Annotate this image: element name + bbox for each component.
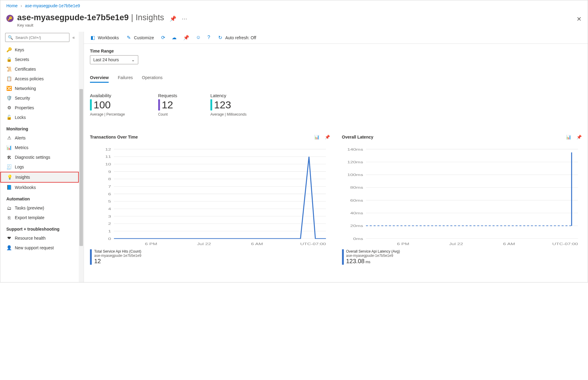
sidebar-item-access-policies[interactable]: 📋Access policies bbox=[0, 74, 79, 84]
breadcrumb-separator: › bbox=[21, 3, 22, 8]
sidebar-item-tasks-preview-[interactable]: 🗂Tasks (preview) bbox=[0, 203, 79, 213]
cloud-icon[interactable]: ☁ bbox=[172, 35, 177, 40]
tab-overview[interactable]: Overview bbox=[90, 75, 109, 83]
kpi-availability: Availability 100 Average | Percentage bbox=[90, 93, 125, 117]
svg-text:1: 1 bbox=[108, 229, 111, 233]
search-icon: 🔍 bbox=[8, 35, 13, 40]
svg-text:UTC-07:00: UTC-07:00 bbox=[300, 242, 326, 246]
diagnostic-settings-icon: 🛠 bbox=[6, 155, 12, 160]
svg-text:120ms: 120ms bbox=[347, 160, 363, 164]
svg-text:6 AM: 6 AM bbox=[251, 242, 263, 246]
svg-text:3: 3 bbox=[108, 215, 111, 219]
clock-icon: ↻ bbox=[217, 35, 223, 40]
pin-icon[interactable]: 📌 bbox=[170, 15, 176, 22]
breadcrumb: Home › ase-myasegpude-1e7b5e1e9 bbox=[0, 0, 588, 11]
tab-failures[interactable]: Failures bbox=[118, 75, 133, 83]
more-icon[interactable]: ⋯ bbox=[182, 15, 187, 22]
resource-health-icon: ❤ bbox=[6, 235, 12, 241]
metric-name: Total Service Api Hits (Count) bbox=[94, 249, 141, 254]
new-support-request-icon: 👤 bbox=[6, 245, 12, 251]
svg-text:6 PM: 6 PM bbox=[145, 242, 157, 246]
svg-text:9: 9 bbox=[108, 170, 111, 174]
metrics-icon: 📊 bbox=[6, 145, 12, 150]
svg-text:11: 11 bbox=[105, 155, 111, 159]
pin-icon[interactable]: 📌 bbox=[577, 135, 582, 139]
sidebar-item-diagnostic-settings[interactable]: 🛠Diagnostic settings bbox=[0, 152, 79, 162]
sidebar-item-keys[interactable]: 🔑Keys bbox=[0, 45, 79, 55]
svg-text:Jul 22: Jul 22 bbox=[197, 242, 211, 246]
svg-text:0: 0 bbox=[108, 237, 111, 241]
sidebar: 🔍 « 🔑Keys🔒Secrets📜Certificates📋Access po… bbox=[0, 32, 79, 282]
logs-icon: 🧾 bbox=[6, 164, 12, 170]
svg-text:6: 6 bbox=[108, 192, 111, 196]
tasks-preview--icon: 🗂 bbox=[6, 205, 12, 211]
refresh-icon[interactable]: ⟳ bbox=[161, 35, 165, 40]
tab-operations[interactable]: Operations bbox=[142, 75, 162, 83]
locks-icon: 🔓 bbox=[6, 115, 12, 120]
sidebar-item-certificates[interactable]: 📜Certificates bbox=[0, 64, 79, 74]
networking-icon: 🔀 bbox=[6, 86, 12, 91]
metric-resource: ase-myasegpude-1e7b5e1e9 bbox=[94, 254, 141, 258]
sidebar-item-properties[interactable]: ⚙Properties bbox=[0, 103, 79, 113]
metric-name: Overall Service Api Latency (Avg) bbox=[346, 249, 400, 254]
sidebar-item-alerts[interactable]: ⚠Alerts bbox=[0, 133, 79, 143]
sidebar-scrollbar[interactable] bbox=[79, 32, 84, 282]
svg-text:80ms: 80ms bbox=[350, 186, 363, 190]
time-range-dropdown[interactable]: Last 24 hours ⌄ bbox=[90, 55, 138, 64]
sidebar-item-resource-health[interactable]: ❤Resource health bbox=[0, 233, 79, 243]
page-title: ase-myasegpude-1e7b5e1e9 | Insights bbox=[17, 13, 164, 22]
chart-transactions: Transactions Over Time📊📌0123456789101112… bbox=[90, 135, 330, 265]
pin-icon[interactable]: 📌 bbox=[325, 135, 330, 139]
sidebar-item-export-template[interactable]: ⎘Export template bbox=[0, 213, 79, 222]
properties-icon: ⚙ bbox=[6, 105, 12, 110]
breadcrumb-resource[interactable]: ase-myasegpude-1e7b5e1e9 bbox=[25, 3, 80, 8]
sidebar-item-locks[interactable]: 🔓Locks bbox=[0, 113, 79, 122]
svg-text:7: 7 bbox=[108, 185, 111, 189]
sidebar-section-support: Support + troubleshooting bbox=[0, 222, 79, 233]
svg-text:20ms: 20ms bbox=[350, 224, 363, 228]
workbooks-button[interactable]: ◧ Workbooks bbox=[90, 35, 119, 40]
collapse-sidebar-icon[interactable]: « bbox=[72, 35, 75, 40]
kpi-latency: Latency 123 Average | Milliseconds bbox=[210, 93, 247, 117]
sidebar-search[interactable]: 🔍 bbox=[5, 33, 69, 42]
svg-text:4: 4 bbox=[108, 207, 111, 211]
pin-chart-icon[interactable]: 📌 bbox=[183, 35, 189, 40]
sidebar-item-new-support-request[interactable]: 👤New support request bbox=[0, 243, 79, 253]
metric-resource: ase-myasegpude-1e7b5e1e9 bbox=[346, 254, 400, 258]
sidebar-item-logs[interactable]: 🧾Logs bbox=[0, 162, 79, 172]
security-icon: 🛡️ bbox=[6, 95, 12, 101]
time-range-label: Time Range bbox=[90, 49, 582, 53]
sidebar-item-secrets[interactable]: 🔒Secrets bbox=[0, 55, 79, 64]
auto-refresh-button[interactable]: ↻ Auto refresh: Off bbox=[217, 35, 256, 40]
page-header: 🔑 ase-myasegpude-1e7b5e1e9 | Insights Ke… bbox=[0, 11, 588, 32]
chart-metric-footer: Total Service Api Hits (Count)ase-myaseg… bbox=[90, 249, 330, 265]
toolbar: ◧ Workbooks ✎ Customize ⟳ ☁ 📌 ☺ ? ↻ Auto… bbox=[84, 32, 588, 44]
svg-text:UTC-07:00: UTC-07:00 bbox=[552, 242, 578, 246]
access-policies-icon: 📋 bbox=[6, 76, 12, 81]
metrics-icon[interactable]: 📊 bbox=[566, 135, 571, 139]
metric-value: 123.08 bbox=[346, 258, 365, 264]
svg-text:Jul 22: Jul 22 bbox=[449, 242, 463, 246]
metrics-icon[interactable]: 📊 bbox=[314, 135, 319, 139]
resource-type-label: Key vault bbox=[17, 23, 164, 27]
sidebar-section-monitoring: Monitoring bbox=[0, 122, 79, 133]
svg-text:6 PM: 6 PM bbox=[397, 242, 409, 246]
sidebar-item-insights[interactable]: 💡Insights bbox=[0, 172, 79, 183]
chart-title: Overall Latency bbox=[342, 135, 566, 139]
sidebar-item-workbooks[interactable]: 📘Workbooks bbox=[0, 183, 79, 192]
breadcrumb-home[interactable]: Home bbox=[6, 3, 18, 8]
customize-button[interactable]: ✎ Customize bbox=[126, 35, 154, 40]
certificates-icon: 📜 bbox=[6, 66, 12, 72]
kpi-requests: Requests 12 Count bbox=[158, 93, 177, 117]
feedback-icon[interactable]: ☺ bbox=[196, 35, 201, 40]
close-icon[interactable]: ✕ bbox=[577, 15, 582, 23]
svg-text:40ms: 40ms bbox=[350, 211, 363, 215]
sidebar-item-security[interactable]: 🛡️Security bbox=[0, 93, 79, 103]
chart-latency: Overall Latency📊📌0ms20ms40ms60ms80ms100m… bbox=[342, 135, 582, 265]
help-icon[interactable]: ? bbox=[207, 35, 210, 40]
tab-bar: Overview Failures Operations bbox=[90, 75, 582, 83]
sidebar-item-metrics[interactable]: 📊Metrics bbox=[0, 143, 79, 152]
search-input[interactable] bbox=[15, 35, 67, 40]
sidebar-item-networking[interactable]: 🔀Networking bbox=[0, 84, 79, 93]
chart-metric-footer: Overall Service Api Latency (Avg)ase-mya… bbox=[342, 249, 582, 265]
